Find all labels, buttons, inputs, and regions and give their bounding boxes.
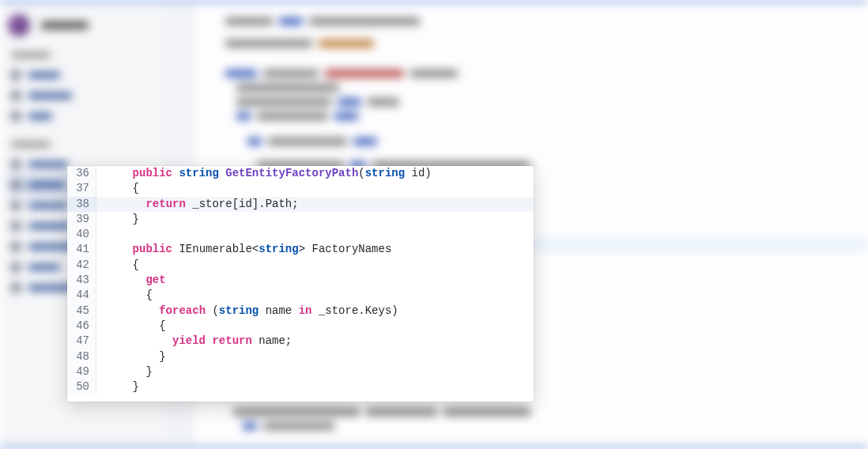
code-content[interactable]: return _store[id].Path; [96, 197, 299, 212]
code-line[interactable]: 39 } [67, 212, 534, 227]
code-line[interactable]: 38 return _store[id].Path; [67, 197, 534, 212]
code-content[interactable]: } [96, 212, 139, 227]
line-number: 48 [67, 349, 96, 364]
code-line[interactable]: 36 public string GetEntityFactoryPath(st… [67, 166, 534, 181]
code-line[interactable]: 40 [67, 227, 534, 242]
line-number: 39 [67, 212, 96, 227]
line-number: 45 [67, 304, 96, 319]
code-snippet-popup: 36 public string GetEntityFactoryPath(st… [67, 166, 534, 402]
code-content[interactable]: } [96, 379, 139, 394]
line-number: 50 [67, 379, 96, 394]
code-line[interactable]: 43 get [67, 273, 534, 288]
code-content[interactable] [96, 227, 106, 242]
code-line[interactable]: 37 { [67, 181, 534, 196]
line-number: 41 [67, 242, 96, 257]
code-content[interactable]: } [96, 349, 166, 364]
workspace-avatar [8, 14, 30, 36]
code-line[interactable]: 50 } [67, 379, 534, 394]
code-line[interactable]: 41 public IEnumerable<string> FactoryNam… [67, 242, 534, 257]
code-content[interactable]: yield return name; [96, 334, 292, 349]
line-number: 42 [67, 258, 96, 273]
line-number: 49 [67, 364, 96, 379]
code-line[interactable]: 46 { [67, 319, 534, 334]
code-content[interactable]: get [96, 273, 166, 288]
code-line[interactable]: 42 { [67, 258, 534, 273]
line-number: 44 [67, 288, 96, 303]
code-line[interactable]: 47 yield return name; [67, 334, 534, 349]
code-line[interactable]: 44 { [67, 288, 534, 303]
code-content[interactable]: { [96, 181, 139, 196]
workspace-title [41, 21, 89, 29]
code-content[interactable]: public IEnumerable<string> FactoryNames [96, 242, 391, 257]
code-line[interactable]: 45 foreach (string name in _store.Keys) [67, 304, 534, 319]
code-content[interactable]: public string GetEntityFactoryPath(strin… [96, 166, 432, 181]
code-content[interactable]: { [96, 319, 166, 334]
code-content[interactable]: foreach (string name in _store.Keys) [96, 304, 398, 319]
code-line[interactable]: 49 } [67, 364, 534, 379]
line-number: 47 [67, 334, 96, 349]
line-number: 38 [67, 197, 96, 212]
code-line[interactable]: 48 } [67, 349, 534, 364]
line-number: 36 [67, 166, 96, 181]
line-number: 43 [67, 273, 96, 288]
line-number: 46 [67, 319, 96, 334]
code-content[interactable]: { [96, 258, 139, 273]
code-content[interactable]: } [96, 364, 153, 379]
line-number: 40 [67, 227, 96, 242]
line-number: 37 [67, 181, 96, 196]
code-content[interactable]: { [96, 288, 153, 303]
